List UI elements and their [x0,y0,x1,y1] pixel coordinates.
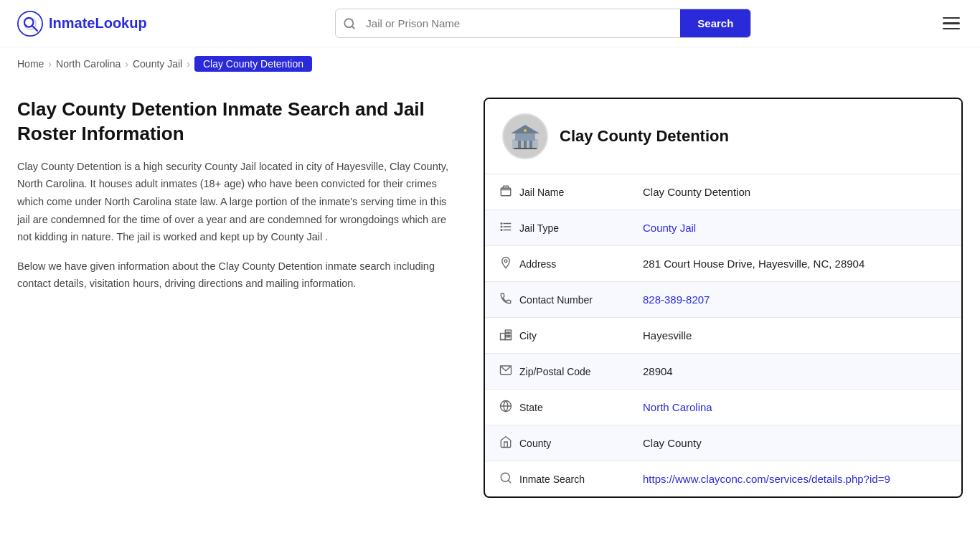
breadcrumb-sep-3: › [187,58,190,70]
value-cell: Clay County [628,425,961,461]
phone-icon [499,292,512,307]
label-text: State [519,402,543,413]
label-text: Zip/Postal Code [519,366,591,377]
svg-rect-10 [524,141,527,148]
table-row: Jail TypeCounty Jail [485,210,961,246]
building-icon [499,184,512,199]
value-link[interactable]: North Carolina [643,401,712,413]
value-cell: 281 Court House Drive, Hayesville, NC, 2… [628,246,961,282]
svg-rect-11 [529,141,532,148]
table-row: StateNorth Carolina [485,390,961,425]
value-cell: Hayesville [628,318,961,354]
table-row: CityHayesville [485,318,961,354]
svg-point-19 [501,226,502,227]
value-cell: Clay County Detention [628,174,961,210]
table-row: Inmate Searchhttps://www.clayconc.com/se… [485,461,961,497]
value-link[interactable]: 828-389-8207 [643,293,710,306]
hamburger-line-1 [943,17,960,19]
mail-icon [499,364,512,379]
logo-link[interactable]: InmateLookup [17,11,147,37]
breadcrumb-home[interactable]: Home [17,58,44,70]
label-text: County [519,438,551,449]
logo-text: InmateLookup [49,15,147,32]
svg-line-33 [508,480,510,482]
table-row: Address281 Court House Drive, Hayesville… [485,246,961,282]
svg-rect-22 [501,334,506,340]
hamburger-line-2 [943,22,960,24]
globe-icon [499,400,512,415]
svg-rect-26 [509,332,510,334]
search-input[interactable] [363,10,680,37]
label-text: Contact Number [519,294,593,306]
svg-point-0 [18,11,42,35]
table-row: CountyClay County [485,425,961,461]
search-icon [499,471,512,486]
info-card: Clay County Detention Jail NameClay Coun… [484,98,963,498]
value-cell: 28904 [628,354,961,390]
label-text: Jail Type [519,222,559,234]
header: InmateLookup Search [0,0,980,47]
svg-rect-25 [507,332,508,334]
facility-avatar [502,113,548,159]
svg-rect-12 [514,148,537,149]
svg-rect-9 [518,141,521,148]
breadcrumb-type[interactable]: County Jail [133,58,182,70]
pin-icon [499,256,512,271]
description-2: Below we have given information about th… [17,258,461,293]
logo-icon [17,11,43,37]
search-bar: Search [335,9,751,38]
page-title: Clay County Detention Inmate Search and … [17,98,461,146]
breadcrumb-state[interactable]: North Carolina [56,58,121,70]
label-text: Inmate Search [519,474,585,485]
label-cell: Inmate Search [485,461,628,497]
list-icon [499,220,512,235]
value-cell[interactable]: https://www.clayconc.com/services/detail… [628,461,961,497]
label-cell: Jail Type [485,210,628,246]
svg-rect-7 [515,133,535,141]
breadcrumb: Home › North Carolina › County Jail › Cl… [0,47,980,80]
county-icon [499,435,512,451]
value-cell[interactable]: North Carolina [628,390,961,425]
table-row: Jail NameClay County Detention [485,174,961,210]
label-cell: Jail Name [485,174,628,210]
search-button[interactable]: Search [680,9,750,37]
hamburger-menu[interactable] [940,14,963,33]
label-cell: County [485,425,628,461]
breadcrumb-sep-1: › [48,58,52,70]
svg-point-13 [524,129,527,132]
label-cell: City [485,318,628,354]
svg-rect-28 [509,336,510,337]
svg-point-21 [504,260,507,263]
label-cell: Address [485,246,628,282]
breadcrumb-sep-2: › [125,58,128,70]
svg-line-5 [352,26,354,28]
city-icon [499,328,512,343]
label-cell: Zip/Postal Code [485,354,628,390]
label-text: Jail Name [519,187,564,198]
value-link[interactable]: https://www.clayconc.com/services/detail… [643,473,890,485]
label-cell: Contact Number [485,282,628,318]
left-content: Clay County Detention Inmate Search and … [17,98,484,304]
main-content: Clay County Detention Inmate Search and … [0,80,980,551]
search-bar-icon [336,17,363,30]
svg-rect-23 [505,330,511,340]
svg-point-18 [501,223,502,225]
table-row: Contact Number828-389-8207 [485,282,961,318]
breadcrumb-current: Clay County Detention [194,56,312,72]
label-text: Address [519,258,556,270]
value-link[interactable]: County Jail [643,222,696,234]
label-text: City [519,330,537,342]
value-cell[interactable]: County Jail [628,210,961,246]
card-title: Clay County Detention [560,127,729,146]
value-cell[interactable]: 828-389-8207 [628,282,961,318]
card-header: Clay County Detention [485,99,961,174]
table-row: Zip/Postal Code28904 [485,354,961,390]
svg-point-20 [501,230,502,231]
svg-rect-27 [507,336,508,337]
description-1: Clay County Detention is a high security… [17,158,461,246]
courthouse-icon [508,119,542,154]
info-table: Jail NameClay County DetentionJail TypeC… [485,174,961,496]
hamburger-line-3 [943,28,960,30]
label-cell: State [485,390,628,425]
